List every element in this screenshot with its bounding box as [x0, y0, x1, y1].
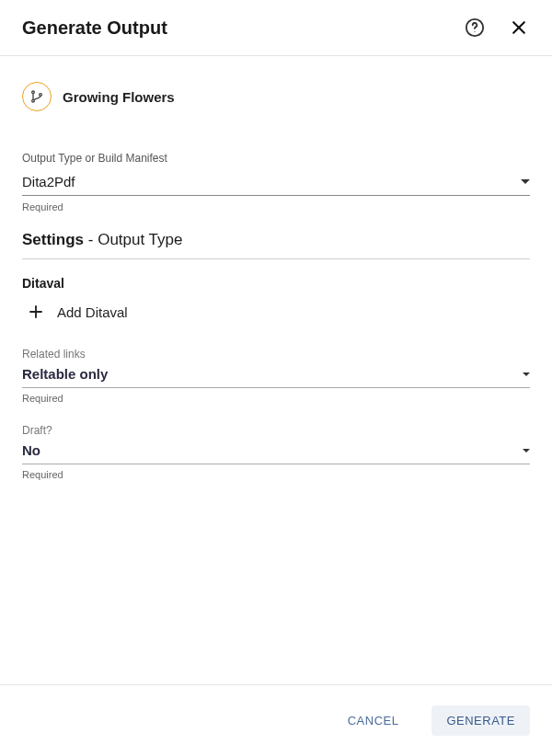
svg-point-1: [474, 31, 475, 32]
output-type-select[interactable]: Dita2Pdf: [22, 170, 530, 196]
output-type-field: Output Type or Build Manifest Dita2Pdf R…: [22, 152, 530, 212]
dialog-title: Generate Output: [22, 17, 167, 39]
related-links-value: Reltable only: [22, 366, 108, 382]
svg-point-4: [32, 91, 35, 94]
plus-icon: [28, 304, 44, 320]
draft-select[interactable]: No: [22, 441, 530, 464]
chevron-down-icon: [523, 449, 530, 452]
project-row: Growing Flowers: [22, 82, 530, 111]
settings-title-separator: -: [84, 231, 98, 248]
header-actions: [464, 17, 530, 39]
draft-field: Draft? No Required: [22, 424, 530, 480]
ditaval-heading: Ditaval: [22, 276, 530, 291]
related-links-label: Related links: [22, 348, 530, 361]
project-name: Growing Flowers: [63, 89, 175, 105]
chevron-down-icon: [523, 372, 530, 376]
branch-icon: [22, 82, 52, 111]
related-links-field: Related links Reltable only Required: [22, 348, 530, 404]
close-icon[interactable]: [508, 17, 530, 39]
dialog-content: Growing Flowers Output Type or Build Man…: [0, 56, 552, 684]
chevron-down-icon: [521, 179, 530, 184]
generate-button[interactable]: GENERATE: [431, 705, 530, 736]
help-icon[interactable]: [464, 17, 486, 39]
output-type-value: Dita2Pdf: [22, 174, 75, 189]
dialog-footer: CANCEL GENERATE: [0, 684, 552, 756]
dialog-header: Generate Output: [0, 0, 552, 56]
add-ditaval-button[interactable]: Add Ditaval: [22, 302, 530, 322]
settings-section-title: Settings - Output Type: [22, 231, 530, 259]
settings-title-rest: Output Type: [98, 231, 182, 248]
draft-helper: Required: [22, 469, 530, 480]
draft-value: No: [22, 442, 40, 458]
output-type-helper: Required: [22, 201, 530, 212]
output-type-label: Output Type or Build Manifest: [22, 152, 530, 165]
related-links-select[interactable]: Reltable only: [22, 364, 530, 388]
settings-title-strong: Settings: [22, 231, 84, 248]
cancel-button[interactable]: CANCEL: [333, 705, 414, 736]
add-ditaval-label: Add Ditaval: [57, 304, 128, 320]
draft-label: Draft?: [22, 424, 530, 437]
related-links-helper: Required: [22, 393, 530, 404]
